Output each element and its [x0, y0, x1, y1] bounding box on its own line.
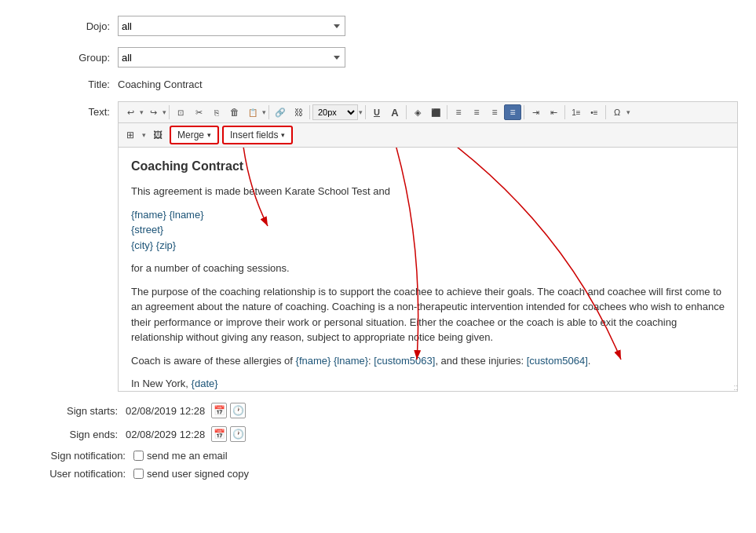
font-size-select[interactable]: 20px 12px 14px 16px 18px 24px — [312, 104, 358, 120]
editor-line5: for a number of coaching sessions. — [131, 261, 725, 276]
font-color-button[interactable]: A — [386, 104, 404, 120]
ul-button[interactable]: •≡ — [586, 104, 603, 120]
table-arrow: ▾ — [142, 131, 146, 139]
title-label: Title: — [24, 78, 118, 90]
special-char-button[interactable]: Ω — [608, 104, 626, 120]
field-city-zip: {city} {zip} — [131, 239, 176, 251]
merge-label: Merge — [177, 130, 204, 141]
fill-color-button[interactable]: ◈ — [409, 104, 426, 120]
editor-heading: Coaching Contract — [131, 157, 725, 176]
sep3 — [309, 105, 310, 119]
special-arrow: ▾ — [626, 108, 630, 116]
table-button[interactable]: ⊞ — [122, 127, 139, 143]
sign-ends-row: Sign ends: 02/08/2029 12:28 📅 🕐 — [24, 426, 732, 442]
title-value: Coaching Contract — [118, 78, 203, 90]
dojo-label: Dojo: — [24, 20, 118, 32]
toolbar-row2: ⊞ ▾ 🖼 Merge ▾ Insert fields ▾ — [119, 123, 737, 148]
sep5 — [406, 105, 407, 119]
ol-button[interactable]: 1≡ — [568, 104, 585, 120]
dojo-select[interactable]: all dojo1 dojo2 — [118, 16, 345, 36]
indent-button[interactable]: ⇥ — [527, 104, 544, 120]
sep9 — [605, 105, 606, 119]
sign-notification-label: Sign notification: — [24, 450, 133, 462]
redo-arrow: ▾ — [163, 108, 166, 116]
sep7 — [524, 105, 524, 119]
undo-arrow: ▾ — [140, 108, 144, 116]
field-street: {street} — [131, 224, 163, 235]
dojo-row: Dojo: all dojo1 dojo2 — [24, 16, 732, 36]
select-all-button[interactable]: ⊡ — [172, 104, 189, 120]
sep8 — [564, 105, 565, 119]
sign-ends-time-icon[interactable]: 🕐 — [230, 426, 246, 442]
title-row: Title: Coaching Contract — [24, 78, 732, 90]
copy-button[interactable]: ⎘ — [208, 104, 225, 120]
delete-button[interactable]: 🗑 — [226, 104, 243, 120]
sign-starts-time-icon[interactable]: 🕐 — [230, 403, 246, 418]
sign-notification-row: Sign notification: send me an email — [24, 450, 732, 462]
undo-button[interactable]: ↩ — [122, 104, 139, 120]
resize-handle[interactable]: :: — [733, 383, 738, 392]
sign-starts-value: 02/08/2019 12:28 — [126, 405, 205, 417]
merge-button[interactable]: Merge ▾ — [170, 126, 219, 144]
underline-button[interactable]: U — [368, 104, 385, 120]
dojo-control: all dojo1 dojo2 — [118, 16, 732, 36]
group-select[interactable]: all group1 group2 — [118, 47, 345, 68]
user-notification-row: User notification: send user signed copy — [24, 468, 732, 480]
editor-content[interactable]: Coaching Contract This agreement is made… — [119, 148, 737, 391]
group-label: Group: — [24, 52, 118, 64]
sep2 — [268, 105, 269, 119]
outdent-button[interactable]: ⇤ — [545, 104, 562, 120]
align-left-button[interactable]: ≡ — [450, 104, 467, 120]
editor-wrap: ↩ ▾ ↪ ▾ ⊡ ✂ ⎘ 🗑 📋 ▾ 🔗 ⛓ 20px 12px 14px — [118, 101, 738, 392]
sign-ends-value: 02/08/2029 12:28 — [126, 429, 205, 440]
font-size-arrow: ▾ — [359, 108, 363, 116]
toolbar-row1: ↩ ▾ ↪ ▾ ⊡ ✂ ⎘ 🗑 📋 ▾ 🔗 ⛓ 20px 12px 14px — [119, 102, 737, 123]
user-notification-checkbox-wrap[interactable]: send user signed copy — [133, 468, 249, 480]
editor-line8: In New York, {date} — [131, 376, 725, 391]
user-notification-text: send user signed copy — [147, 468, 249, 480]
editor-line1: This agreement is made between Karate Sc… — [131, 184, 725, 199]
text-row: Text: ↩ ▾ ↪ ▾ ⊡ ✂ ⎘ 🗑 📋 ▾ 🔗 ⛓ 20p — [24, 101, 732, 392]
insert-fields-label: Insert fields — [230, 130, 278, 141]
text-label: Text: — [24, 101, 118, 118]
insert-fields-button[interactable]: Insert fields ▾ — [222, 126, 293, 144]
editor-line6: The purpose of the coaching relationship… — [131, 284, 725, 345]
sign-notification-text: send me an email — [147, 450, 228, 462]
insert-fields-dropdown-icon: ▾ — [281, 131, 285, 139]
user-notification-checkbox[interactable] — [133, 469, 144, 479]
group-row: Group: all group1 group2 — [24, 47, 732, 68]
sign-starts-label: Sign starts: — [24, 405, 126, 417]
unlink-button[interactable]: ⛓ — [290, 104, 307, 120]
sign-ends-calendar-icon[interactable]: 📅 — [211, 426, 227, 442]
title-value-wrap: Coaching Contract — [118, 78, 732, 90]
editor-container: ↩ ▾ ↪ ▾ ⊡ ✂ ⎘ 🗑 📋 ▾ 🔗 ⛓ 20px 12px 14px — [118, 101, 738, 392]
sign-starts-row: Sign starts: 02/08/2019 12:28 📅 🕐 — [24, 403, 732, 418]
sign-notification-checkbox-wrap[interactable]: send me an email — [133, 450, 228, 462]
bg-color-button[interactable]: ⬛ — [427, 104, 444, 120]
user-notification-label: User notification: — [24, 468, 133, 480]
sep1 — [169, 105, 170, 119]
editor-fields-block: {fname} {lname} {street} {city} {zip} — [131, 207, 725, 254]
cut-button[interactable]: ✂ — [190, 104, 207, 120]
paste-arrow: ▾ — [262, 108, 266, 116]
sep6 — [447, 105, 447, 119]
link-button[interactable]: 🔗 — [272, 104, 289, 120]
redo-button[interactable]: ↪ — [144, 104, 162, 120]
align-center-button[interactable]: ≡ — [468, 104, 485, 120]
image-button[interactable]: 🖼 — [149, 127, 166, 143]
sign-notification-checkbox[interactable] — [133, 451, 144, 461]
field-fname-lname: {fname} {lname} — [131, 209, 204, 221]
sign-starts-calendar-icon[interactable]: 📅 — [211, 403, 227, 418]
align-right-button[interactable]: ≡ — [486, 104, 503, 120]
group-control: all group1 group2 — [118, 47, 732, 68]
align-justify-button[interactable]: ≡ — [504, 104, 521, 120]
sign-ends-label: Sign ends: — [24, 429, 126, 440]
editor-line7: Coach is aware of these allergies of {fn… — [131, 353, 725, 369]
merge-dropdown-icon: ▾ — [207, 131, 211, 139]
sep4 — [365, 105, 366, 119]
paste-button[interactable]: 📋 — [244, 104, 261, 120]
